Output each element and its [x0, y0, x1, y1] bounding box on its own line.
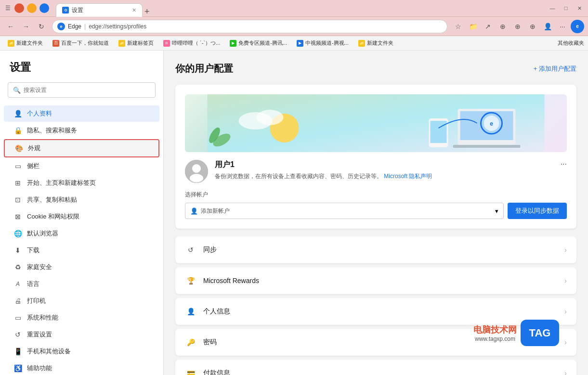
sidebar-item-label: 重置设置: [27, 330, 52, 339]
share-icon: ⊡: [13, 195, 22, 204]
account-label: 选择帐户: [185, 191, 567, 199]
profile-more-btn[interactable]: ···: [561, 160, 567, 168]
back-btn[interactable]: ←: [4, 20, 17, 33]
payment-icon: 💳: [185, 367, 196, 375]
cookie-icon: ⊠: [13, 212, 22, 221]
chevron-right-icon: ›: [564, 246, 567, 254]
settings-sidebar: 设置 🔍 👤 个人资料 🔒 隐私、搜索和服务 🎨 外观 ▭ 侧栏 ⊞ 开始、主页…: [0, 51, 164, 375]
sync-icon: ↺: [185, 244, 196, 256]
bookmark-item[interactable]: 📁 新建文件夹: [354, 39, 397, 48]
tab-close-btn[interactable]: ✕: [132, 7, 136, 13]
sidebar-item-sidebar[interactable]: ▭ 侧栏: [4, 158, 159, 174]
forward-btn[interactable]: →: [19, 20, 33, 33]
bookmark-icon: 📁: [358, 40, 365, 47]
sidebar-item-family[interactable]: ♻ 家庭安全: [4, 259, 159, 275]
sync-row[interactable]: ↺ 同步 ›: [175, 236, 576, 263]
bookmark-label: 免费专区频道-腾讯...: [238, 39, 287, 47]
more-btn[interactable]: ···: [556, 20, 569, 33]
start-icon: ⊞: [13, 179, 22, 187]
settings-section-password: 🔑 密码 ›: [175, 329, 576, 356]
bookmark-label: 新建文件夹: [16, 39, 43, 47]
sidebar-icon: ▭: [13, 162, 22, 170]
svg-point-16: [190, 174, 203, 182]
sidebar-item-accessibility[interactable]: ♿ 辅助功能: [4, 360, 159, 375]
bookmark-icon: 百: [52, 40, 59, 47]
search-box[interactable]: 🔍: [8, 82, 156, 98]
brand-label: Edge: [68, 23, 81, 30]
chevron-right-icon: ›: [564, 369, 567, 375]
account-controls: 👤 添加新帐户 ▾ 登录以同步数据: [185, 203, 567, 219]
payment-label: 付款信息: [203, 369, 564, 375]
sidebar-item-reset[interactable]: ↺ 重置设置: [4, 326, 159, 343]
sidebar-item-share[interactable]: ⊡ 共享、复制和粘贴: [4, 192, 159, 208]
add-profile-btn[interactable]: + 添加用户配置: [534, 65, 576, 73]
minimize-btn[interactable]: —: [548, 3, 557, 13]
sidebar-item-language[interactable]: A 语言: [4, 276, 159, 292]
feedback-btn[interactable]: ⊕: [496, 20, 510, 33]
close-btn[interactable]: ✕: [575, 3, 584, 13]
maximize-btn[interactable]: □: [561, 3, 571, 13]
sidebar-toggle-btn[interactable]: ☰: [4, 4, 12, 12]
sidebar-item-mobile[interactable]: 📱 手机和其他设备: [4, 343, 159, 360]
chevron-right-icon: ›: [564, 308, 567, 315]
address-bar[interactable]: e Edge | edge://settings/profiles: [52, 20, 447, 33]
personal-info-row[interactable]: 👤 个人信息 ›: [175, 298, 576, 325]
sidebar-item-appearance[interactable]: 🎨 外观: [4, 139, 159, 157]
personal-label: 个人信息: [203, 307, 564, 316]
sync-btn[interactable]: 登录以同步数据: [508, 203, 567, 219]
bookmark-item[interactable]: 📁 新建文件夹: [4, 39, 47, 48]
sidebar-item-privacy[interactable]: 🔒 隐私、搜索和服务: [4, 122, 159, 139]
profile-details: 用户1 备份浏览数据，在所有设备上查看收藏内容、密码、历史记录等。 Micros…: [215, 160, 554, 181]
titlebar-controls: ☰: [4, 3, 49, 13]
profile-banner: e: [185, 94, 567, 152]
sidebar-item-label: 隐私、搜索和服务: [27, 126, 77, 135]
bookmark-item[interactable]: ▶ 中视频频道-腾视...: [293, 39, 353, 48]
sidebar-item-cookies[interactable]: ⊠ Cookie 和网站权限: [4, 208, 159, 225]
bookmark-label: 哔哩哔哩（ ´-`）つ...: [172, 39, 220, 47]
refresh-btn[interactable]: ↻: [35, 20, 48, 33]
settings-section-rewards: 🏆 Microsoft Rewards ›: [175, 267, 576, 294]
sidebar-item-downloads[interactable]: ⬇ 下载: [4, 242, 159, 259]
bookmark-item[interactable]: 📁 新建标签页: [115, 39, 157, 48]
sidebar-item-label: 侧栏: [27, 162, 39, 170]
settings-btn[interactable]: ⊕: [511, 20, 524, 33]
other-bookmarks[interactable]: 其他收藏夹: [558, 39, 584, 47]
svg-text:e: e: [490, 120, 493, 127]
sidebar-item-label: 打印机: [27, 297, 46, 305]
personal-icon: 👤: [185, 306, 196, 317]
account-select-text: 添加新帐户: [201, 207, 492, 215]
favorites-btn[interactable]: ☆: [451, 20, 465, 33]
sidebar-item-printer[interactable]: 🖨 打印机: [4, 293, 159, 309]
sidebar-item-profile[interactable]: 👤 个人资料: [4, 105, 159, 122]
profile-card: e 用户1: [175, 85, 576, 229]
profile-btn[interactable]: 👤: [541, 20, 554, 33]
bookmark-item[interactable]: ▶ 免费专区频道-腾讯...: [226, 39, 291, 48]
bookmark-icon: ▶: [297, 40, 303, 47]
window-controls: — □ ✕: [548, 3, 584, 13]
sidebar-item-system[interactable]: ▭ 系统和性能: [4, 310, 159, 326]
account-select[interactable]: 👤 添加新帐户 ▾: [185, 203, 504, 219]
sidebar-item-start[interactable]: ⊞ 开始、主页和新建标签页: [4, 175, 159, 191]
rewards-icon: 🏆: [185, 275, 196, 286]
privacy-link[interactable]: Microsoft 隐私声明: [384, 173, 432, 180]
active-tab[interactable]: ⚙ 设置 ✕: [56, 3, 143, 17]
nav-right-controls: ☆ 📁 ↗ ⊕ ⊕ ⊕ 👤 ··· e: [451, 20, 584, 33]
system-icon: ▭: [13, 313, 22, 322]
account-section: 选择帐户 👤 添加新帐户 ▾ 登录以同步数据: [185, 191, 567, 219]
collections-btn[interactable]: 📁: [466, 20, 480, 33]
rewards-row[interactable]: 🏆 Microsoft Rewards ›: [175, 267, 576, 294]
bookmark-icon: B: [163, 40, 170, 47]
extensions-btn[interactable]: ⊕: [526, 20, 539, 33]
bookmark-item[interactable]: B 哔哩哔哩（ ´-`）つ...: [159, 39, 224, 48]
search-input[interactable]: [24, 87, 150, 93]
sidebar-item-default-browser[interactable]: 🌐 默认浏览器: [4, 225, 159, 242]
payment-row[interactable]: 💳 付款信息 ›: [175, 360, 576, 375]
bookmark-item[interactable]: 百 百度一下，你就知道: [49, 39, 113, 48]
profile-icon: 👤: [13, 109, 22, 118]
password-icon: 🔑: [185, 336, 196, 348]
bookmark-label: 新建文件夹: [367, 39, 393, 47]
share-btn[interactable]: ↗: [481, 20, 495, 33]
new-tab-btn[interactable]: +: [144, 7, 150, 17]
password-row[interactable]: 🔑 密码 ›: [175, 329, 576, 356]
avatar: [185, 160, 208, 183]
